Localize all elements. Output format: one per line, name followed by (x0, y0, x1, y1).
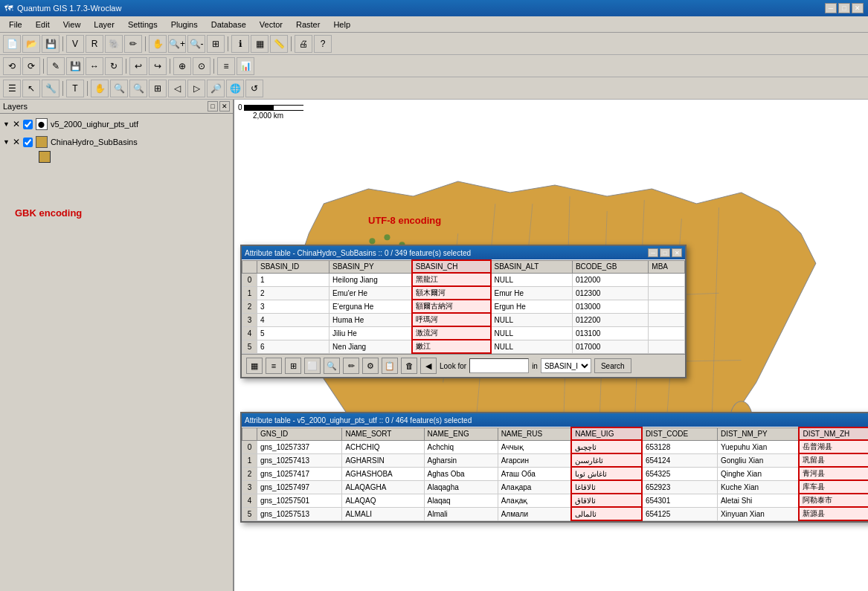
hydro-table-btn-10[interactable]: ◀ (420, 358, 437, 374)
uighur-col-dist-code[interactable]: DIST_CODE (642, 427, 718, 440)
tb3-refresh[interactable]: ↺ (245, 80, 263, 97)
layer-checkbox-uighur[interactable] (23, 120, 33, 129)
minimize-button[interactable]: ─ (825, 3, 837, 13)
menu-file[interactable]: File (3, 19, 28, 30)
hydro-table-btn-9[interactable]: 🗑 (401, 358, 417, 374)
uighur-table-container[interactable]: GNS_ID NAME_SORT NAME_ENG NAME_RUS NAME_… (242, 427, 868, 521)
tb3-zoom-out2[interactable]: 🔍 (129, 80, 147, 97)
uighur-col-name-rus[interactable]: NAME_RUS (498, 427, 571, 440)
hydro-search-input[interactable] (469, 358, 529, 373)
uighur-col-name-uig[interactable]: NAME_UIG (571, 427, 642, 440)
close-button[interactable]: ✕ (852, 3, 864, 13)
uighur-row-0[interactable]: 0 gns_10257337 ACHCHIQ Achchiq Аччық ئاچ… (242, 440, 869, 453)
tb2-nodes[interactable]: ⊙ (193, 57, 210, 75)
tb2-snap[interactable]: ⊕ (173, 57, 191, 75)
menu-vector[interactable]: Vector (254, 19, 289, 30)
identify-button[interactable]: ℹ (231, 35, 249, 53)
tb3-zoom-select[interactable]: ⊞ (149, 80, 167, 97)
tb2-btn2[interactable]: ⟳ (22, 57, 40, 75)
hydro-col-sbasin-py[interactable]: SBASIN_PY (329, 260, 412, 273)
tb2-redo[interactable]: ↪ (149, 57, 167, 75)
tb3-zoom-next[interactable]: ▷ (187, 80, 205, 97)
title-bar-controls[interactable]: ─ □ ✕ (825, 3, 864, 13)
layers-float-button[interactable]: □ (208, 101, 218, 112)
hydro-row-0[interactable]: 0 1 Heilong Jiang 黑龍江 NULL 012000 (242, 273, 685, 286)
tb2-save[interactable]: 💾 (66, 57, 84, 75)
hydro-table-btn-2[interactable]: ≡ (266, 358, 282, 374)
tb3-zoom-in[interactable]: 🔍 (110, 80, 128, 97)
tb3-zoom-prev[interactable]: ◁ (168, 80, 186, 97)
hydro-row-2[interactable]: 2 3 E'erguna He 額爾古納河 Ergun He 013000 (242, 300, 685, 313)
uighur-row-2[interactable]: 2 gns_10257417 AGHASHOBA Aghas Oba Аташ … (242, 467, 869, 480)
tb2-chart[interactable]: 📊 (237, 57, 254, 75)
add-postgis-button[interactable]: 🐘 (105, 35, 123, 53)
hydro-titlebar-controls[interactable]: ─ □ ✕ (648, 248, 682, 257)
map-area[interactable]: 0 2,000 km UTF-8 encoding (234, 100, 868, 591)
menu-database[interactable]: Database (205, 19, 252, 30)
select-button[interactable]: ▦ (251, 35, 269, 53)
hydro-table-btn-8[interactable]: 📋 (382, 358, 398, 374)
hydro-table-btn-1[interactable]: ▦ (246, 358, 263, 374)
menu-help[interactable]: Help (327, 19, 356, 30)
tb2-move[interactable]: ↔ (86, 57, 103, 75)
hydro-table-btn-5[interactable]: 🔍 (324, 358, 340, 374)
uighur-col-name-sort[interactable]: NAME_SORT (342, 427, 424, 440)
hydro-row-5[interactable]: 5 6 Nen Jiang 嫩江 NULL 017000 (242, 340, 685, 353)
tb2-attr[interactable]: ≡ (217, 57, 235, 75)
tb2-pencil[interactable]: ✎ (47, 57, 65, 75)
uighur-col-gns-id[interactable]: GNS_ID (257, 427, 342, 440)
uighur-col-dist-nm-py[interactable]: DIST_NM_PY (717, 427, 799, 440)
hydro-row-3[interactable]: 3 4 Huma He 呼瑪河 NULL 012200 (242, 313, 685, 326)
measure-button[interactable]: 📏 (270, 35, 288, 53)
open-project-button[interactable]: 📂 (22, 35, 40, 53)
menu-raster[interactable]: Raster (290, 19, 326, 30)
zoom-in-button[interactable]: 🔍+ (168, 35, 186, 53)
zoom-out-button[interactable]: 🔍- (187, 35, 205, 53)
menu-settings[interactable]: Settings (122, 19, 164, 30)
hydro-col-bcode[interactable]: BCODE_GB (572, 260, 648, 273)
pan-button[interactable]: ✋ (149, 35, 167, 53)
uighur-col-dist-nm-zh[interactable]: DIST_NM_ZH (799, 427, 868, 440)
save-project-button[interactable]: 💾 (42, 35, 60, 53)
tb3-zoom-layer[interactable]: 🔎 (207, 80, 225, 97)
tb3-zoom-all[interactable]: 🌐 (226, 80, 244, 97)
hydro-col-sbasin-alt[interactable]: SBASIN_ALT (491, 260, 573, 273)
menu-view[interactable]: View (57, 19, 87, 30)
hydro-close-btn[interactable]: ✕ (672, 248, 682, 257)
help-button[interactable]: ? (314, 35, 332, 53)
hydro-row-1[interactable]: 1 2 Emu'er He 額木爾河 Emur He 012300 (242, 286, 685, 300)
add-raster-button[interactable]: R (86, 35, 103, 53)
maximize-button[interactable]: □ (838, 3, 850, 13)
uighur-col-name-eng[interactable]: NAME_ENG (424, 427, 498, 440)
hydro-table-btn-3[interactable]: ⊞ (285, 358, 301, 374)
menu-edit[interactable]: Edit (30, 19, 56, 30)
hydro-restore-btn[interactable]: □ (660, 248, 670, 257)
uighur-row-3[interactable]: 3 gns_10257497 ALAQAGHA Alaqagha Алақара… (242, 480, 869, 494)
hydro-table-btn-4[interactable]: ⬜ (304, 358, 321, 374)
add-vector-button[interactable]: V (66, 35, 84, 53)
tb2-rotate[interactable]: ↻ (105, 57, 123, 75)
hydro-table-container[interactable]: SBASIN_ID SBASIN_PY SBASIN_CH SBASIN_ALT… (242, 259, 685, 354)
hydro-minimize-btn[interactable]: ─ (648, 248, 658, 257)
tb3-btn1[interactable]: ☰ (3, 80, 21, 97)
cursor-button[interactable]: ↖ (22, 80, 40, 97)
layer-name-hydro[interactable]: ChinaHydro_SubBasins (51, 138, 138, 146)
hydro-col-mba[interactable]: MBA (649, 260, 685, 273)
tb3-info[interactable]: 🔧 (42, 80, 60, 97)
uighur-row-1[interactable]: 1 gns_10257413 AGHARSIN Agharsin Агарсин… (242, 453, 869, 467)
digitize-button[interactable]: ✏ (124, 35, 142, 53)
hydro-row-4[interactable]: 4 5 Jiliu He 激流河 NULL 013100 (242, 326, 685, 340)
menu-plugins[interactable]: Plugins (165, 19, 204, 30)
menu-layer[interactable]: Layer (88, 19, 120, 30)
tb3-hand[interactable]: ✋ (91, 80, 109, 97)
uighur-row-5[interactable]: 5 gns_10257513 ALMALI Almali Алмали ئالم… (242, 507, 869, 520)
hydro-table-btn-6[interactable]: ✏ (343, 358, 359, 374)
hydro-col-sbasin-id[interactable]: SBASIN_ID (257, 260, 329, 273)
zoom-full-button[interactable]: ⊞ (207, 35, 225, 53)
layer-item-hydro[interactable]: ▼ ✕ ChinaHydro_SubBasins (0, 135, 233, 149)
layers-close-button[interactable]: ✕ (219, 101, 230, 112)
layer-checkbox-hydro[interactable] (23, 138, 33, 147)
layer-item-uighur[interactable]: ▼ ✕ ⬤ v5_2000_uighur_pts_utf (0, 117, 233, 132)
print-button[interactable]: 🖨 (295, 35, 312, 53)
uighur-row-4[interactable]: 4 gns_10257501 ALAQAQ Alaqaq Алақақ ئالا… (242, 494, 869, 507)
